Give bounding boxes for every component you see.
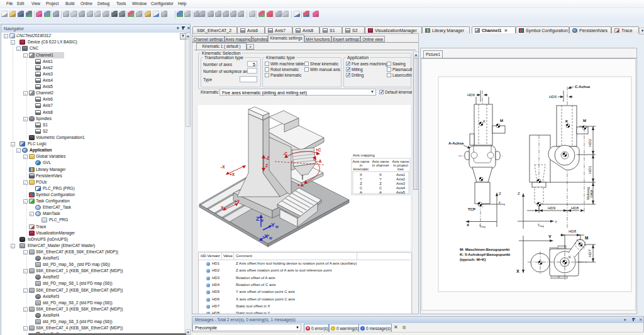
svg-text:K: 5-Achskopf-Bezugspunkt: K: 5-Achskopf-Bezugspunkt bbox=[460, 253, 510, 256]
svg-text:in channel: in channel bbox=[372, 163, 389, 167]
svg-text:neg: neg bbox=[481, 225, 486, 228]
svg-text:W: W bbox=[260, 219, 264, 222]
svg-text:X: X bbox=[360, 173, 362, 177]
svg-text:M: Maschinen-Bezugspunkt: M: Maschinen-Bezugspunkt bbox=[460, 248, 509, 251]
svg-text:Z: Z bbox=[256, 216, 260, 222]
svg-text:M: M bbox=[585, 236, 588, 240]
svg-text:C: C bbox=[379, 186, 382, 190]
svg-text:+Y: +Y bbox=[235, 199, 240, 204]
svg-text:HD9: HD9 bbox=[548, 206, 556, 210]
svg-text:(typisch: M=K): (typisch: M=K) bbox=[460, 258, 486, 261]
svg-text:K: K bbox=[483, 119, 486, 123]
svg-text:A: A bbox=[379, 190, 382, 194]
svg-text:neg: neg bbox=[501, 202, 505, 206]
svg-text:HD8: HD8 bbox=[571, 206, 579, 210]
svg-text:+X: +X bbox=[230, 172, 235, 177]
svg-text:Axis4: Axis4 bbox=[396, 186, 406, 190]
svg-text:Y: Y bbox=[360, 177, 362, 181]
svg-text:HD7: HD7 bbox=[588, 249, 592, 257]
svg-text:X: X bbox=[379, 173, 382, 177]
svg-text:+ A: + A bbox=[297, 183, 304, 187]
svg-text:W: W bbox=[275, 225, 279, 229]
svg-text:M: M bbox=[583, 119, 586, 123]
svg-text:Y: Y bbox=[379, 177, 382, 181]
svg-text:+C: +C bbox=[316, 148, 321, 152]
svg-text:Y: Y bbox=[221, 206, 224, 210]
svg-text:-X: -X bbox=[221, 165, 225, 169]
svg-text:Y: Y bbox=[555, 220, 557, 224]
svg-text:HD2: HD2 bbox=[588, 138, 592, 146]
svg-text:-Z: -Z bbox=[265, 156, 269, 160]
svg-text:Axis5: Axis5 bbox=[396, 190, 405, 194]
svg-text:Axis3: Axis3 bbox=[396, 182, 405, 185]
svg-text:HD1: HD1 bbox=[588, 165, 592, 173]
svg-text:HD5: HD5 bbox=[549, 95, 557, 99]
svg-text:-X: -X bbox=[262, 233, 268, 239]
svg-text:Axis1: Axis1 bbox=[396, 173, 405, 177]
svg-text:kinematic: kinematic bbox=[353, 167, 369, 171]
svg-text:W: W bbox=[269, 236, 272, 240]
svg-text:neg: neg bbox=[540, 224, 544, 228]
svg-text:HD8: HD8 bbox=[569, 229, 577, 233]
svg-text:tree: tree bbox=[397, 167, 404, 171]
svg-text:Axis mapping: Axis mapping bbox=[353, 153, 375, 157]
svg-text:Z: Z bbox=[499, 192, 501, 195]
svg-text:Z: Z bbox=[265, 163, 268, 168]
svg-text:Z: Z bbox=[379, 182, 382, 185]
svg-text:K: K bbox=[569, 255, 571, 259]
svg-text:X: X bbox=[467, 223, 469, 227]
svg-text:X: X bbox=[516, 269, 519, 273]
svg-text:Axis2: Axis2 bbox=[396, 177, 405, 181]
svg-text:Y: Y bbox=[548, 234, 552, 239]
svg-text:C: C bbox=[360, 186, 362, 190]
svg-text:Z: Z bbox=[360, 182, 362, 185]
svg-text:HD6: HD6 bbox=[467, 93, 475, 97]
svg-text:-C: -C bbox=[283, 151, 287, 156]
svg-text:−A: −A bbox=[316, 159, 322, 163]
svg-text:M: M bbox=[500, 119, 503, 123]
svg-text:C-Achse: C-Achse bbox=[575, 85, 591, 89]
svg-text:Länge: Länge bbox=[590, 189, 593, 197]
svg-text:A: A bbox=[360, 190, 362, 194]
svg-text:Z: Z bbox=[518, 192, 520, 195]
svg-text:K: K bbox=[565, 119, 569, 123]
svg-text:Y: Y bbox=[271, 222, 275, 228]
svg-text:TCP: TCP bbox=[468, 207, 475, 211]
svg-text:A-Achse: A-Achse bbox=[448, 141, 464, 145]
